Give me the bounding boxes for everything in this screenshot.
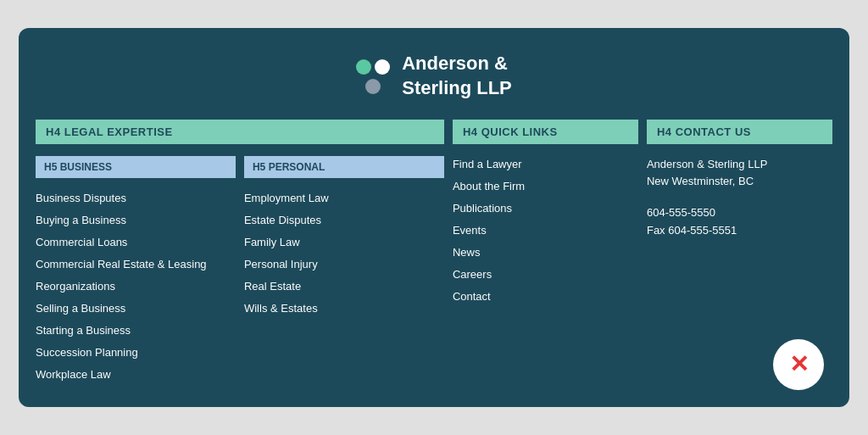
quick-links-list: Find a Lawyer About the Firm Publication…	[453, 156, 638, 304]
personal-link-1[interactable]: Estate Disputes	[244, 214, 321, 226]
list-item: Careers	[453, 266, 638, 282]
contact-address-block: Anderson & Sterling LLP New Westminster,…	[647, 156, 832, 192]
personal-link-3[interactable]: Personal Injury	[244, 258, 318, 270]
list-item: Wills & Estates	[244, 300, 444, 315]
personal-link-0[interactable]: Employment Law	[244, 192, 329, 204]
business-link-7[interactable]: Succession Planning	[36, 346, 138, 359]
quick-links-section: H4 QUICK LINKS Find a Lawyer About the F…	[453, 120, 638, 382]
legal-expertise-heading: H4 LEGAL EXPERTISE	[36, 120, 444, 144]
main-content: H4 LEGAL EXPERTISE H5 BUSINESS Business …	[19, 120, 849, 382]
contact-phone-block: 604-555-5550 Fax 604-555-5551	[647, 204, 832, 240]
list-item: Buying a Business	[36, 212, 236, 227]
personal-link-5[interactable]: Wills & Estates	[244, 302, 318, 315]
business-link-5[interactable]: Selling a Business	[36, 302, 125, 315]
list-item: News	[453, 244, 638, 259]
logo-icon	[356, 59, 390, 94]
contact-phone: 604-555-5550	[647, 204, 832, 222]
list-item: Business Disputes	[36, 190, 236, 205]
logo-circles-top	[356, 59, 390, 75]
contact-location: New Westminster, BC	[647, 173, 832, 191]
close-icon: ✕	[789, 353, 809, 376]
list-item: Succession Planning	[36, 344, 236, 360]
list-item: Publications	[453, 200, 638, 215]
list-item: About the Firm	[453, 178, 638, 193]
list-item: Family Law	[244, 234, 444, 249]
contact-firm-name: Anderson & Sterling LLP	[647, 156, 832, 174]
contact-fax: Fax 604-555-5551	[647, 222, 832, 240]
list-item: Employment Law	[244, 190, 444, 205]
personal-list: Employment Law Estate Disputes Family La…	[244, 190, 444, 315]
quick-link-6[interactable]: Contact	[453, 290, 491, 303]
circle-white-right	[375, 59, 390, 75]
personal-column: H5 PERSONAL Employment Law Estate Disput…	[244, 156, 444, 382]
list-item: Contact	[453, 288, 638, 304]
legal-columns: H5 BUSINESS Business Disputes Buying a B…	[36, 156, 444, 382]
business-link-1[interactable]: Buying a Business	[36, 214, 126, 226]
list-item: Estate Disputes	[244, 212, 444, 227]
quick-link-1[interactable]: About the Firm	[453, 180, 525, 192]
list-item: Reorganizations	[36, 278, 236, 293]
list-item: Selling a Business	[36, 300, 236, 315]
list-item: Commercial Real Estate & Leasing	[36, 256, 236, 271]
business-link-8[interactable]: Workplace Law	[36, 368, 111, 381]
business-link-3[interactable]: Commercial Real Estate & Leasing	[36, 258, 207, 270]
list-item: Starting a Business	[36, 322, 236, 337]
business-link-2[interactable]: Commercial Loans	[36, 236, 127, 248]
business-link-0[interactable]: Business Disputes	[36, 192, 126, 204]
business-link-4[interactable]: Reorganizations	[36, 280, 115, 293]
contact-heading: H4 CONTACT US	[647, 120, 832, 144]
main-card: Anderson & Sterling LLP H4 LEGAL EXPERTI…	[19, 28, 849, 406]
circle-green-left	[356, 59, 371, 75]
list-item: Commercial Loans	[36, 234, 236, 249]
firm-name: Anderson & Sterling LLP	[402, 52, 512, 100]
list-item: Workplace Law	[36, 366, 236, 382]
personal-link-2[interactable]: Family Law	[244, 236, 300, 248]
business-link-6[interactable]: Starting a Business	[36, 324, 131, 337]
business-list: Business Disputes Buying a Business Comm…	[36, 190, 236, 382]
business-heading: H5 BUSINESS	[36, 156, 236, 178]
quick-link-4[interactable]: News	[453, 246, 481, 259]
quick-link-2[interactable]: Publications	[453, 202, 512, 215]
list-item: Personal Injury	[244, 256, 444, 271]
business-column: H5 BUSINESS Business Disputes Buying a B…	[36, 156, 236, 382]
list-item: Real Estate	[244, 278, 444, 293]
list-item: Events	[453, 222, 638, 237]
list-item: Find a Lawyer	[453, 156, 638, 171]
circle-gray-bottom	[365, 79, 381, 94]
personal-heading: H5 PERSONAL	[244, 156, 444, 178]
quick-link-5[interactable]: Careers	[453, 268, 492, 281]
quick-links-heading: H4 QUICK LINKS	[453, 120, 638, 144]
header: Anderson & Sterling LLP	[19, 28, 849, 119]
close-button[interactable]: ✕	[773, 339, 824, 390]
personal-link-4[interactable]: Real Estate	[244, 280, 301, 293]
quick-link-3[interactable]: Events	[453, 224, 487, 237]
legal-expertise-section: H4 LEGAL EXPERTISE H5 BUSINESS Business …	[36, 120, 444, 382]
quick-link-0[interactable]: Find a Lawyer	[453, 158, 522, 170]
